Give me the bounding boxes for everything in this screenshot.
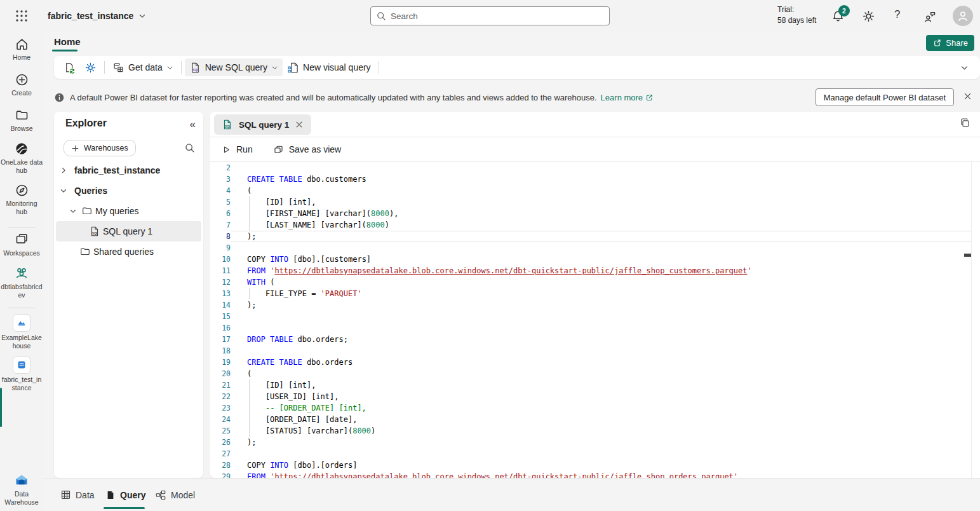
code-line[interactable]: 22 [USER_ID] [int], bbox=[210, 391, 972, 402]
chevron-down-icon[interactable] bbox=[58, 187, 69, 194]
scrollbar-thumb[interactable] bbox=[964, 254, 971, 257]
rail-item-monitoring-hub[interactable]: Monitoring hub bbox=[0, 183, 43, 216]
app-launcher-waffle-icon[interactable] bbox=[14, 8, 29, 24]
share-button[interactable]: Share bbox=[926, 35, 974, 51]
chevron-down-icon[interactable] bbox=[68, 207, 78, 215]
menu-bar: Home Share bbox=[43, 32, 980, 56]
account-avatar[interactable] bbox=[953, 6, 973, 26]
ribbon-expand-chevron[interactable] bbox=[960, 64, 969, 72]
workspace-switcher[interactable]: fabric_test_instance bbox=[48, 0, 146, 32]
code-line[interactable]: 11FROM 'https://dbtlabsynapsedatalake.bl… bbox=[210, 265, 972, 276]
code-line[interactable]: 21 [ID] [int], bbox=[210, 379, 972, 391]
code-line[interactable]: 13 FILE_TYPE = 'PARQUET' bbox=[210, 288, 972, 299]
line-number: 24 bbox=[210, 414, 231, 425]
line-number: 9 bbox=[210, 242, 231, 254]
code-line[interactable]: 14); bbox=[210, 299, 972, 311]
get-data-button[interactable]: Get data bbox=[108, 58, 178, 76]
code-line[interactable]: 8); bbox=[210, 231, 972, 242]
tab-close-icon[interactable] bbox=[295, 120, 304, 129]
rail-item-home[interactable]: Home bbox=[0, 37, 43, 62]
line-content bbox=[231, 162, 972, 174]
lakehouse-icon bbox=[13, 314, 30, 332]
settings-button[interactable] bbox=[862, 10, 876, 24]
tree-item-shared-queries[interactable]: Shared queries bbox=[54, 242, 203, 262]
run-button[interactable]: Run bbox=[216, 140, 258, 158]
notifications-button[interactable]: 2 bbox=[831, 10, 845, 24]
code-line[interactable]: 29FROM 'https://dbtlabsynapsedatalake.bl… bbox=[210, 471, 972, 478]
rail-item-create[interactable]: Create bbox=[0, 72, 43, 97]
line-content: DROP TABLE dbo.orders; bbox=[231, 334, 972, 345]
query-editor-panel: SQL SQL query 1 Run Save as view 23CREAT… bbox=[210, 112, 980, 478]
view-tab-query[interactable]: Query bbox=[105, 479, 145, 511]
rail-item-onelake-data-hub[interactable]: OneLake data hub bbox=[0, 141, 43, 175]
code-line[interactable]: 6 [FIRST_NAME] [varchar](8000), bbox=[210, 208, 972, 219]
code-line[interactable]: 5 [ID] [int], bbox=[210, 196, 972, 208]
code-line[interactable]: 19CREATE TABLE dbo.orders bbox=[210, 357, 972, 368]
new-sql-query-button[interactable]: SQL New SQL query bbox=[185, 58, 283, 76]
tree-item-my-queries[interactable]: My queries bbox=[54, 201, 203, 221]
top-bar: fabric_test_instance Trial: 58 days left… bbox=[0, 0, 980, 32]
code-line[interactable]: 20( bbox=[210, 368, 972, 379]
collapse-panel-icon[interactable]: « bbox=[190, 118, 196, 131]
code-line[interactable]: 7 [LAST_NAME] [varchar](8000) bbox=[210, 219, 972, 231]
line-number: 28 bbox=[210, 460, 231, 471]
explorer-search-icon[interactable] bbox=[184, 142, 195, 153]
refresh-button[interactable] bbox=[59, 58, 80, 76]
rail-item-data-warehouse[interactable]: Data Warehouse bbox=[0, 472, 43, 507]
line-number: 16 bbox=[210, 322, 231, 334]
chevron-down-icon bbox=[271, 64, 278, 71]
new-visual-query-button[interactable]: New visual query bbox=[283, 58, 375, 76]
editor-scrollbar[interactable] bbox=[971, 162, 972, 478]
code-line[interactable]: 4( bbox=[210, 185, 972, 196]
code-line[interactable]: 16 bbox=[210, 322, 972, 334]
line-number: 13 bbox=[210, 288, 231, 299]
help-button[interactable]: ? bbox=[894, 8, 908, 22]
line-number: 11 bbox=[210, 265, 231, 276]
code-line[interactable]: 23 -- [ORDER_DATE] [int], bbox=[210, 402, 972, 414]
code-line[interactable]: 12WITH ( bbox=[210, 276, 972, 288]
tree-item-warehouse[interactable]: fabric_test_instance bbox=[54, 160, 203, 181]
add-warehouses-button[interactable]: Warehouses bbox=[64, 140, 136, 156]
chevron-right-icon[interactable] bbox=[58, 167, 69, 174]
code-line[interactable]: 2 bbox=[210, 162, 972, 174]
share-icon bbox=[932, 38, 942, 48]
rail-item-workspaces[interactable]: Workspaces bbox=[0, 233, 43, 257]
view-tab-data[interactable]: Data bbox=[60, 479, 95, 511]
warehouse-settings-button[interactable] bbox=[80, 58, 101, 76]
banner-close-icon[interactable] bbox=[963, 92, 972, 101]
menu-tab-home[interactable]: Home bbox=[53, 35, 82, 51]
line-content: [FIRST_NAME] [varchar](8000), bbox=[231, 208, 972, 219]
feedback-button[interactable] bbox=[923, 10, 937, 24]
code-line[interactable]: 27 bbox=[210, 448, 972, 460]
code-line[interactable]: 3CREATE TABLE dbo.customers bbox=[210, 174, 972, 185]
save-as-view-button[interactable]: Save as view bbox=[267, 140, 347, 158]
rail-item-dbtlabsfabricdev[interactable]: dbtlabsfabricdev bbox=[0, 266, 43, 299]
sql-code-area[interactable]: 23CREATE TABLE dbo.customers4(5 [ID] [in… bbox=[210, 162, 972, 478]
code-line[interactable]: 24 [ORDER_DATE] [date], bbox=[210, 414, 972, 425]
rail-item-fabric-test-instance[interactable]: fabric_test_instance bbox=[0, 356, 43, 392]
view-tab-model[interactable]: Model bbox=[155, 479, 195, 511]
code-line[interactable]: 15 bbox=[210, 311, 972, 322]
line-number: 22 bbox=[210, 391, 231, 402]
manage-dataset-button[interactable]: Manage default Power BI dataset bbox=[816, 88, 954, 106]
learn-more-link[interactable]: Learn more bbox=[601, 93, 654, 102]
code-line[interactable]: 17DROP TABLE dbo.orders; bbox=[210, 334, 972, 345]
tab-sql-query-1[interactable]: SQL SQL query 1 bbox=[214, 114, 311, 135]
home-icon bbox=[0, 37, 43, 51]
code-line[interactable]: 10COPY INTO [dbo].[customers] bbox=[210, 254, 972, 265]
chevron-down-icon bbox=[138, 12, 146, 20]
search-input[interactable] bbox=[391, 11, 604, 21]
rail-item-example-lakehouse[interactable]: ExampleLakehouse bbox=[0, 314, 43, 350]
code-line[interactable]: 9 bbox=[210, 242, 972, 254]
model-icon bbox=[155, 489, 166, 501]
code-line[interactable]: 26); bbox=[210, 437, 972, 448]
workspaces-icon bbox=[0, 233, 43, 247]
onelake-icon bbox=[0, 141, 43, 156]
tree-item-queries[interactable]: Queries bbox=[54, 181, 203, 201]
code-line[interactable]: 18 bbox=[210, 345, 972, 357]
rail-item-browse[interactable]: Browse bbox=[0, 108, 43, 133]
tree-item-sql-query-1[interactable]: SQL SQL query 1 bbox=[56, 221, 201, 242]
code-line[interactable]: 25 [STATUS] [varchar](8000) bbox=[210, 425, 972, 437]
code-line[interactable]: 28COPY INTO [dbo].[orders] bbox=[210, 460, 972, 471]
copy-icon[interactable] bbox=[960, 118, 971, 129]
